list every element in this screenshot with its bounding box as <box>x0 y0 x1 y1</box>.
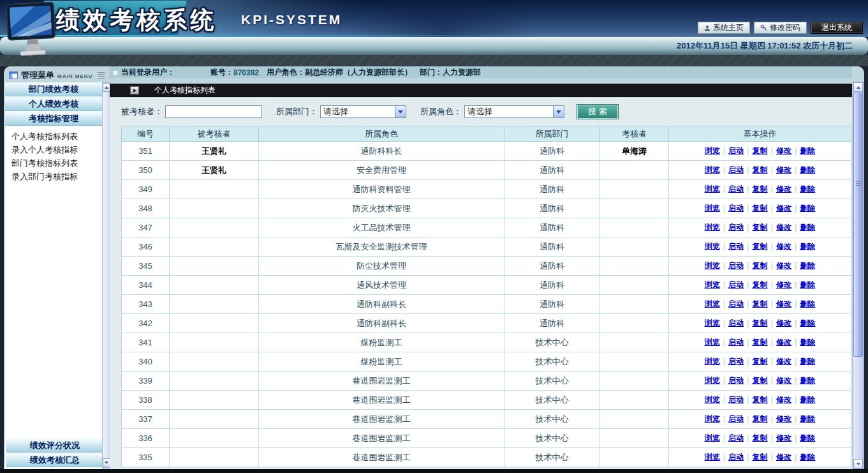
browse-link[interactable]: 浏览 <box>705 299 720 308</box>
modify-link[interactable]: 修改 <box>776 433 791 442</box>
delete-link[interactable]: 删除 <box>800 357 815 366</box>
sidebar-item-enter-personal-indicator[interactable]: 录入个人考核指标 <box>5 143 102 156</box>
delete-link[interactable]: 删除 <box>800 165 815 174</box>
modify-link[interactable]: 修改 <box>776 280 791 289</box>
modify-link[interactable]: 修改 <box>776 299 791 308</box>
sidebar-item-dept-indicator-list[interactable]: 部门考核指标列表 <box>5 156 102 170</box>
sidebar-item-personal-indicator-list[interactable]: 个人考核指标列表 <box>5 130 102 143</box>
start-link[interactable]: 启动 <box>728 165 744 174</box>
start-link[interactable]: 启动 <box>728 146 744 155</box>
sidebar-group-personal-assessment[interactable]: 个人绩效考核 <box>5 97 102 111</box>
browse-link[interactable]: 浏览 <box>705 338 720 347</box>
sidebar-group-dept-assessment[interactable]: 部门绩效考核 <box>5 82 102 96</box>
modify-link[interactable]: 修改 <box>776 395 791 404</box>
logout-button[interactable]: 退出系统 <box>811 22 863 34</box>
delete-link[interactable]: 删除 <box>800 223 815 232</box>
start-link[interactable]: 启动 <box>728 242 744 251</box>
start-link[interactable]: 启动 <box>728 319 744 327</box>
copy-link[interactable]: 复制 <box>753 453 768 462</box>
modify-link[interactable]: 修改 <box>776 338 791 347</box>
delete-link[interactable]: 删除 <box>800 338 815 347</box>
copy-link[interactable]: 复制 <box>753 338 768 347</box>
delete-link[interactable]: 删除 <box>800 414 815 423</box>
modify-link[interactable]: 修改 <box>776 223 791 232</box>
scrollbar-thumb[interactable] <box>853 93 863 357</box>
delete-link[interactable]: 删除 <box>800 146 815 155</box>
delete-link[interactable]: 删除 <box>800 395 815 404</box>
browse-link[interactable]: 浏览 <box>705 223 720 232</box>
scroll-down-icon[interactable] <box>853 459 863 469</box>
browse-link[interactable]: 浏览 <box>705 165 720 174</box>
browse-link[interactable]: 浏览 <box>705 453 720 462</box>
start-link[interactable]: 启动 <box>728 280 744 289</box>
browse-link[interactable]: 浏览 <box>705 146 720 155</box>
start-link[interactable]: 启动 <box>728 299 744 308</box>
start-link[interactable]: 启动 <box>728 414 744 423</box>
modify-link[interactable]: 修改 <box>776 146 791 155</box>
role-select[interactable]: 请选择 <box>464 105 564 118</box>
sidebar-group-score-status[interactable]: 绩效评分状况 <box>6 439 103 453</box>
browse-link[interactable]: 浏览 <box>705 414 720 423</box>
modify-link[interactable]: 修改 <box>776 165 791 174</box>
home-button[interactable]: 系统主页 <box>698 22 750 34</box>
delete-link[interactable]: 删除 <box>800 319 815 327</box>
browse-link[interactable]: 浏览 <box>705 242 720 251</box>
modify-link[interactable]: 修改 <box>776 414 791 423</box>
start-link[interactable]: 启动 <box>728 357 744 366</box>
browse-link[interactable]: 浏览 <box>705 184 720 193</box>
modify-link[interactable]: 修改 <box>776 261 791 270</box>
copy-link[interactable]: 复制 <box>753 280 768 289</box>
copy-link[interactable]: 复制 <box>753 165 768 174</box>
browse-link[interactable]: 浏览 <box>705 261 720 270</box>
panel-arrow-icon[interactable] <box>130 86 139 94</box>
browse-link[interactable]: 浏览 <box>705 433 720 442</box>
dept-select[interactable]: 请选择 <box>320 105 406 118</box>
modify-link[interactable]: 修改 <box>776 319 791 327</box>
copy-link[interactable]: 复制 <box>753 261 768 270</box>
delete-link[interactable]: 删除 <box>800 261 815 270</box>
sidebar-item-enter-dept-indicator[interactable]: 录入部门考核指标 <box>5 170 102 183</box>
copy-link[interactable]: 复制 <box>753 395 768 404</box>
copy-link[interactable]: 复制 <box>753 146 768 155</box>
copy-link[interactable]: 复制 <box>753 242 768 251</box>
modify-link[interactable]: 修改 <box>776 242 791 251</box>
browse-link[interactable]: 浏览 <box>705 376 720 385</box>
start-link[interactable]: 启动 <box>728 453 744 462</box>
start-link[interactable]: 启动 <box>728 395 744 404</box>
scroll-up-icon[interactable] <box>853 82 863 92</box>
start-link[interactable]: 启动 <box>728 338 744 347</box>
delete-link[interactable]: 删除 <box>800 433 815 442</box>
assessee-input[interactable] <box>165 105 262 118</box>
modify-link[interactable]: 修改 <box>776 453 791 462</box>
delete-link[interactable]: 删除 <box>800 242 815 251</box>
modify-link[interactable]: 修改 <box>776 376 791 385</box>
start-link[interactable]: 启动 <box>728 433 744 442</box>
copy-link[interactable]: 复制 <box>753 223 768 232</box>
delete-link[interactable]: 删除 <box>800 453 815 462</box>
copy-link[interactable]: 复制 <box>753 433 768 442</box>
copy-link[interactable]: 复制 <box>753 204 768 213</box>
copy-link[interactable]: 复制 <box>753 319 768 327</box>
sidebar-group-indicator-management[interactable]: 考核指标管理 <box>5 112 102 126</box>
modify-link[interactable]: 修改 <box>776 357 791 366</box>
modify-link[interactable]: 修改 <box>776 184 791 193</box>
start-link[interactable]: 启动 <box>728 261 744 270</box>
content-scrollbar[interactable] <box>853 82 864 469</box>
change-password-button[interactable]: 修改密码 <box>754 22 807 34</box>
delete-link[interactable]: 删除 <box>800 299 815 308</box>
delete-link[interactable]: 删除 <box>800 280 815 289</box>
copy-link[interactable]: 复制 <box>753 299 768 308</box>
search-button[interactable]: 搜 索 <box>577 105 618 119</box>
delete-link[interactable]: 删除 <box>800 204 815 213</box>
start-link[interactable]: 启动 <box>728 376 744 385</box>
modify-link[interactable]: 修改 <box>776 204 791 213</box>
copy-link[interactable]: 复制 <box>753 414 768 423</box>
start-link[interactable]: 启动 <box>728 223 744 232</box>
start-link[interactable]: 启动 <box>728 204 744 213</box>
hamburger-icon[interactable] <box>98 71 105 80</box>
delete-link[interactable]: 删除 <box>800 184 815 193</box>
browse-link[interactable]: 浏览 <box>705 395 720 404</box>
browse-link[interactable]: 浏览 <box>705 280 720 289</box>
copy-link[interactable]: 复制 <box>753 376 768 385</box>
delete-link[interactable]: 删除 <box>800 376 815 385</box>
